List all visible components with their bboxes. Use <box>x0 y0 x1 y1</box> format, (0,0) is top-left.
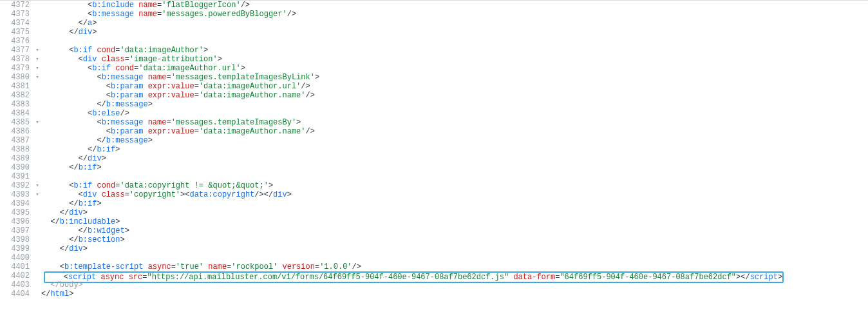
code-content[interactable]: <div class='image-attribution'> <box>41 55 222 64</box>
code-editor[interactable]: 4372 <b:include name='flatBloggerIcon'/>… <box>0 0 868 299</box>
line-number: 4390 <box>0 163 33 172</box>
code-line[interactable]: 4377▾ <b:if cond='data:imageAuthor'> <box>0 46 868 55</box>
line-number: 4376 <box>0 37 33 46</box>
code-content[interactable]: <b:include name='flatBloggerIcon'/> <box>41 1 250 10</box>
code-line[interactable]: 4395 </div> <box>0 208 868 217</box>
line-number: 4388 <box>0 145 33 154</box>
code-line[interactable]: 4398 </b:section> <box>0 235 868 244</box>
line-number: 4383 <box>0 100 33 109</box>
code-line[interactable]: 4393▾ <div class='copyright'><data:copyr… <box>0 190 868 199</box>
code-content[interactable]: <b:if cond='data:imageAuthor.url'> <box>41 64 245 73</box>
line-number: 4400 <box>0 253 33 262</box>
code-line[interactable]: 4375 </div> <box>0 28 868 37</box>
code-line[interactable]: 4372 <b:include name='flatBloggerIcon'/> <box>0 1 868 10</box>
line-number: 4378 <box>0 55 33 64</box>
code-line[interactable]: 4374 </a> <box>0 19 868 28</box>
code-content[interactable]: <b:message name='messages.poweredByBlogg… <box>41 10 296 19</box>
fold-toggle-icon[interactable]: ▾ <box>33 55 41 64</box>
line-number: 4377 <box>0 46 33 55</box>
line-number: 4381 <box>0 82 33 91</box>
code-content[interactable]: </div> <box>41 154 106 163</box>
code-line[interactable]: 4378▾ <div class='image-attribution'> <box>0 55 868 64</box>
fold-toggle-icon[interactable]: ▾ <box>33 64 41 73</box>
line-number: 4398 <box>0 235 33 244</box>
code-line[interactable]: 4391 <box>0 172 868 181</box>
line-number: 4379 <box>0 64 33 73</box>
line-number: 4401 <box>0 262 33 271</box>
code-content[interactable]: <b:else/> <box>41 109 129 118</box>
line-number: 4394 <box>0 199 33 208</box>
code-content[interactable]: <b:message name='messages.templateImages… <box>41 118 301 127</box>
code-content[interactable]: </html> <box>41 289 73 299</box>
code-content[interactable]: <b:message name='messages.templateImages… <box>41 73 319 82</box>
code-line[interactable]: 4402 <script async src="https://api.mail… <box>0 271 868 280</box>
code-content[interactable]: </b:message> <box>41 100 153 109</box>
code-content[interactable]: </a> <box>41 19 97 28</box>
line-number: 4386 <box>0 127 33 136</box>
code-content[interactable]: <b:if cond='data:copyright != &quot;&quo… <box>41 181 273 190</box>
code-content[interactable]: </b:widget> <box>41 226 129 235</box>
line-number: 4399 <box>0 244 33 253</box>
code-line[interactable]: 4392▾ <b:if cond='data:copyright != &quo… <box>0 181 868 190</box>
code-content[interactable]: </b:message> <box>41 136 153 145</box>
line-number: 4375 <box>0 28 33 37</box>
code-content[interactable]: <b:param expr:value='data:imageAuthor.na… <box>41 91 315 100</box>
code-line[interactable]: 4380▾ <b:message name='messages.template… <box>0 73 868 82</box>
line-number: 4404 <box>0 289 33 299</box>
code-line[interactable]: 4387 </b:message> <box>0 136 868 145</box>
code-line[interactable]: 4404 </html> <box>0 289 868 299</box>
code-line[interactable]: 4386 <b:param expr:value='data:imageAuth… <box>0 127 868 136</box>
code-content[interactable]: </div> <box>41 208 88 217</box>
line-number: 4382 <box>0 91 33 100</box>
line-number: 4372 <box>0 1 33 10</box>
fold-toggle-icon[interactable]: ▾ <box>33 46 41 55</box>
fold-toggle-icon[interactable]: ▾ <box>33 190 41 199</box>
code-content[interactable]: <b:param expr:value='data:imageAuthor.ur… <box>41 82 310 91</box>
code-content[interactable]: </b:if> <box>41 145 120 154</box>
code-line[interactable]: 4385▾ <b:message name='messages.template… <box>0 118 868 127</box>
code-content[interactable]: </div> <box>41 28 97 37</box>
line-number: 4395 <box>0 208 33 217</box>
line-number: 4385 <box>0 118 33 127</box>
code-content[interactable]: </b:if> <box>41 199 102 208</box>
line-number: 4392 <box>0 181 33 190</box>
line-number: 4373 <box>0 10 33 19</box>
line-number: 4403 <box>0 280 33 289</box>
code-line[interactable]: 4401 <b:template-script async='true' nam… <box>0 262 868 271</box>
fold-toggle-icon[interactable]: ▾ <box>33 73 41 82</box>
line-number: 4397 <box>0 226 33 235</box>
code-content[interactable]: </div> <box>41 244 88 253</box>
code-line[interactable]: 4383 </b:message> <box>0 100 868 109</box>
code-line[interactable]: 4400 <box>0 253 868 262</box>
line-number: 4384 <box>0 109 33 118</box>
code-line[interactable]: 4379▾ <b:if cond='data:imageAuthor.url'> <box>0 64 868 73</box>
code-line[interactable]: 4382 <b:param expr:value='data:imageAuth… <box>0 91 868 100</box>
fold-toggle-icon[interactable]: ▾ <box>33 118 41 127</box>
code-line[interactable]: 4373 <b:message name='messages.poweredBy… <box>0 10 868 19</box>
code-line[interactable]: 4389 </div> <box>0 154 868 163</box>
code-content[interactable]: <b:param expr:value='data:imageAuthor.na… <box>41 127 315 136</box>
code-line[interactable]: 4394 </b:if> <box>0 199 868 208</box>
code-content[interactable]: </b:includable> <box>41 217 120 226</box>
code-line[interactable]: 4376 <box>0 37 868 46</box>
code-line[interactable]: 4390 </b:if> <box>0 163 868 172</box>
code-content[interactable]: </b:if> <box>41 163 102 172</box>
code-line[interactable]: 4397 </b:widget> <box>0 226 868 235</box>
code-line[interactable]: 4381 <b:param expr:value='data:imageAuth… <box>0 82 868 91</box>
line-number: 4391 <box>0 172 33 181</box>
code-line[interactable]: 4396 </b:includable> <box>0 217 868 226</box>
code-line[interactable]: 4384 <b:else/> <box>0 109 868 118</box>
line-number: 4387 <box>0 136 33 145</box>
code-content[interactable]: <b:if cond='data:imageAuthor'> <box>41 46 208 55</box>
code-line[interactable]: 4399 </div> <box>0 244 868 253</box>
code-line[interactable]: 4388 </b:if> <box>0 145 868 154</box>
code-content[interactable]: <div class='copyright'><data:copyright/>… <box>41 190 292 199</box>
line-number: 4374 <box>0 19 33 28</box>
code-content[interactable]: </body> <box>41 280 83 289</box>
code-content[interactable]: <script async src="https://api.mailblust… <box>44 271 784 283</box>
code-content[interactable]: <b:template-script async='true' name='ro… <box>41 262 361 271</box>
fold-toggle-icon[interactable]: ▾ <box>33 181 41 190</box>
line-number: 4389 <box>0 154 33 163</box>
code-content[interactable]: </b:section> <box>41 235 125 244</box>
line-number: 4393 <box>0 190 33 199</box>
